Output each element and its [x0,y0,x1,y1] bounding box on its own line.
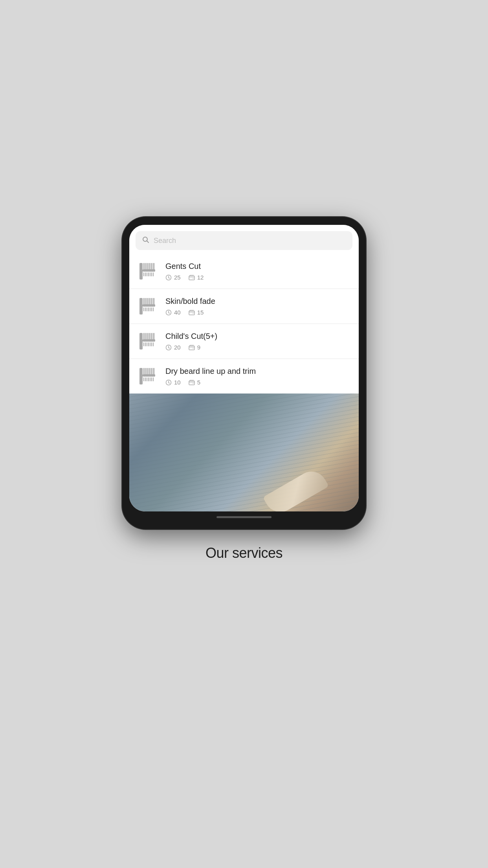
list-item[interactable]: Skin/bold fade 40 [129,289,359,324]
svg-rect-66 [149,368,150,375]
svg-rect-53 [148,342,149,346]
service-icon-4 [137,366,158,386]
svg-rect-73 [148,377,149,381]
phone-screen: Search [129,225,359,511]
svg-rect-42 [139,333,143,349]
svg-rect-36 [153,307,154,311]
svg-rect-46 [149,333,150,340]
svg-rect-23 [143,298,145,305]
svg-rect-12 [147,272,147,276]
barber-comb-icon [139,296,156,316]
svg-rect-29 [143,304,155,307]
svg-rect-7 [151,263,152,270]
svg-line-1 [147,241,149,243]
search-icon [142,236,150,245]
svg-rect-32 [147,307,147,311]
svg-rect-52 [147,342,147,346]
list-item[interactable]: Gents Cut 25 [129,254,359,289]
svg-rect-62 [139,368,143,384]
svg-rect-65 [147,368,149,375]
svg-rect-24 [145,298,147,305]
clock-icon [165,309,172,316]
wallet-icon [189,344,195,351]
service-price: 9 [189,344,200,351]
clock-icon [165,379,172,386]
wallet-icon [189,309,195,316]
svg-line-59 [169,348,170,348]
svg-rect-6 [149,263,150,270]
search-container: Search [129,225,359,254]
svg-rect-56 [153,342,154,346]
svg-rect-71 [145,377,146,381]
svg-rect-26 [149,298,150,305]
svg-rect-20 [189,276,194,280]
service-info: Child's Cut(5+) 20 [165,332,351,351]
svg-rect-63 [143,368,145,375]
service-price: 15 [189,309,204,316]
phone-frame: Search [122,217,366,529]
clock-icon [165,274,172,281]
service-name: Dry beard line up and trim [165,367,351,376]
svg-point-61 [193,348,193,349]
svg-rect-60 [189,346,194,350]
svg-rect-10 [143,272,144,276]
search-input[interactable]: Search [154,237,176,245]
list-item[interactable]: Dry beard line up and trim 10 [129,359,359,394]
service-name: Child's Cut(5+) [165,332,351,341]
service-icon-3 [137,331,158,351]
barber-comb-icon [139,366,156,386]
svg-rect-47 [151,333,152,340]
svg-rect-14 [150,272,150,276]
service-list: Gents Cut 25 [129,254,359,394]
service-info: Gents Cut 25 [165,262,351,281]
service-price: 5 [189,379,200,386]
svg-rect-80 [189,381,194,385]
svg-rect-30 [143,307,144,311]
svg-rect-2 [139,263,143,280]
svg-rect-45 [147,333,149,340]
our-services-label: Our services [205,545,283,561]
bottom-section: Our services [205,545,283,561]
list-item[interactable]: Child's Cut(5+) 20 [129,324,359,359]
svg-rect-64 [145,368,147,375]
svg-rect-67 [151,368,152,375]
svg-rect-54 [150,342,150,346]
service-meta: 40 15 [165,309,351,316]
svg-rect-33 [148,307,149,311]
service-price: 12 [189,274,204,281]
svg-rect-15 [151,272,152,276]
svg-rect-13 [148,272,149,276]
svg-rect-74 [150,377,150,381]
svg-rect-11 [145,272,146,276]
service-info: Dry beard line up and trim 10 [165,367,351,386]
svg-point-81 [193,383,193,384]
svg-rect-28 [153,298,154,305]
clock-icon [165,344,172,351]
phone-wrapper: Search [122,217,366,651]
svg-rect-51 [145,342,146,346]
service-duration: 25 [165,274,181,281]
svg-rect-31 [145,307,146,311]
svg-rect-8 [153,263,154,270]
svg-line-19 [169,278,170,278]
svg-point-21 [193,278,193,279]
svg-rect-55 [151,342,152,346]
service-icon-2 [137,296,158,316]
svg-rect-72 [147,377,147,381]
home-bar-indicator [216,516,272,518]
service-meta: 10 5 [165,379,351,386]
svg-rect-70 [143,377,144,381]
home-bar [129,511,359,521]
svg-rect-5 [147,263,149,270]
barber-comb-icon [139,331,156,351]
wallet-icon [189,274,195,281]
svg-rect-75 [151,377,152,381]
search-bar[interactable]: Search [136,231,352,250]
svg-rect-9 [143,269,155,272]
svg-rect-68 [153,368,154,375]
svg-rect-27 [151,298,152,305]
service-duration: 10 [165,379,181,386]
svg-rect-34 [150,307,150,311]
svg-rect-4 [145,263,147,270]
svg-rect-50 [143,342,144,346]
